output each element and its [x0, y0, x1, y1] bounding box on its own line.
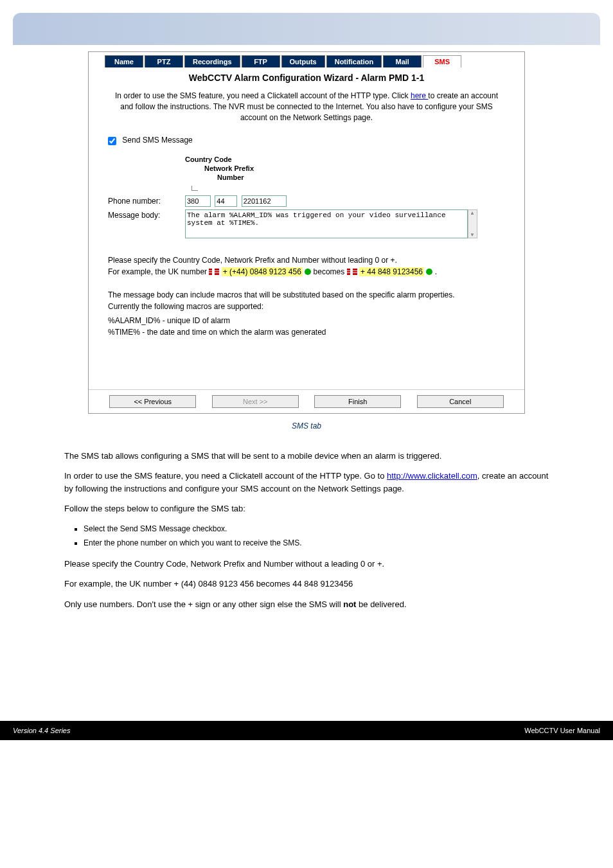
page-footer: Version 4.4 Series WebCCTV User Manual: [0, 721, 613, 740]
tab-ftp[interactable]: FTP: [242, 55, 280, 67]
body-p2a: In order to use the SMS feature, you nee…: [64, 471, 387, 481]
body-p3: Follow the steps below to configure the …: [64, 502, 549, 515]
sms-instructions: In order to use the SMS feature, you nee…: [89, 91, 524, 132]
tab-mail[interactable]: Mail: [383, 55, 422, 67]
tab-row: Name PTZ Recordings FTP Outputs Notifica…: [89, 52, 524, 67]
macro-list: %ALARM_ID% - unique ID of alarm %TIME% -…: [108, 315, 505, 338]
message-body-label: Message body:: [108, 209, 185, 220]
phone-inputs: [185, 195, 289, 207]
body-text: The SMS tab allows configuring a SMS tha…: [64, 450, 549, 611]
clickatell-url[interactable]: http://www.clickatell.com: [387, 471, 477, 481]
step-2: Enter the phone number on which you want…: [84, 537, 549, 549]
cancel-button[interactable]: Cancel: [417, 395, 504, 408]
form-area: Send SMS Message Country Code Network Pr…: [89, 136, 524, 337]
help-line3: The message body can include macros that…: [108, 289, 505, 301]
config-wizard-screenshot: Name PTZ Recordings FTP Outputs Notifica…: [88, 51, 525, 414]
footer-version: Version 4.4 Series: [13, 727, 70, 734]
bracket-icon: [191, 186, 198, 191]
network-prefix-label: Network Prefix: [204, 164, 505, 173]
note-3: Only use numbers. Don't use the + sign o…: [64, 598, 549, 611]
help-block: Please specify the Country Code, Network…: [108, 254, 505, 338]
wizard-title: WebCCTV Alarm Configuration Wizard - Ala…: [89, 67, 524, 91]
macro-time: %TIME% - the date and time on which the …: [108, 326, 505, 338]
tab-ptz[interactable]: PTZ: [145, 55, 183, 67]
field-header-labels: Country Code Network Prefix Number: [185, 155, 505, 182]
next-button: Next >>: [212, 395, 299, 408]
instr-part1: In order to use the SMS feature, you nee…: [115, 91, 411, 100]
country-code-label: Country Code: [185, 155, 505, 164]
content-area: Name PTZ Recordings FTP Outputs Notifica…: [0, 45, 613, 644]
number-input[interactable]: [242, 195, 287, 207]
uk-flag-icon-2: [347, 269, 357, 275]
green-dot-icon: [305, 269, 311, 275]
help-line1: Please specify the Country Code, Network…: [108, 254, 505, 266]
finish-button[interactable]: Finish: [314, 395, 401, 408]
figure-caption: SMS tab: [26, 421, 587, 430]
button-bar: << Previous Next >> Finish Cancel: [89, 389, 524, 413]
phone-number-label: Phone number:: [108, 195, 185, 206]
help-line4: Currently the following macros are suppo…: [108, 301, 505, 312]
step-1: Select the Send SMS Message checkbox.: [84, 523, 549, 535]
help-line2b: becomes: [314, 267, 347, 276]
uk-flag-icon: [209, 269, 219, 275]
note3a: Only use numbers. Don't use the + sign o…: [64, 599, 343, 609]
tab-notification[interactable]: Notification: [326, 55, 382, 67]
country-code-input[interactable]: [185, 195, 211, 207]
help-line2: For example, the UK number + (+44) 0848 …: [108, 266, 505, 278]
number-label: Number: [217, 173, 505, 182]
message-body-row: Message body: The alarm %ALARM_ID% was t…: [108, 209, 505, 238]
send-sms-row: Send SMS Message: [108, 136, 505, 145]
help-line2a: For example, the UK number: [108, 267, 209, 276]
network-prefix-input[interactable]: [215, 195, 237, 207]
example-number-1: + (+44) 0848 9123 456: [222, 267, 303, 276]
body-p2: In order to use the SMS feature, you nee…: [64, 470, 549, 495]
scrollbar-icon[interactable]: [468, 209, 477, 238]
previous-button[interactable]: << Previous: [109, 395, 196, 408]
tab-sms[interactable]: SMS: [423, 55, 461, 67]
send-sms-label: Send SMS Message: [122, 136, 192, 145]
note-2: For example, the UK number + (44) 0848 9…: [64, 578, 549, 590]
steps-list: Select the Send SMS Message checkbox. En…: [84, 523, 549, 549]
clickatell-link[interactable]: here: [411, 91, 428, 100]
example-number-2: + 44 848 9123456: [359, 267, 424, 276]
note-1: Please specify the Country Code, Network…: [64, 558, 549, 571]
notes-block: Please specify the Country Code, Network…: [64, 558, 549, 611]
note3b: not: [343, 599, 356, 609]
green-dot-icon-2: [426, 269, 432, 275]
tab-outputs[interactable]: Outputs: [281, 55, 325, 67]
send-sms-checkbox[interactable]: [108, 137, 116, 145]
macro-alarm-id: %ALARM_ID% - unique ID of alarm: [108, 315, 505, 326]
body-p1: The SMS tab allows configuring a SMS tha…: [64, 450, 549, 463]
message-body-input[interactable]: The alarm %ALARM_ID% was triggered on yo…: [185, 209, 468, 238]
tab-recordings[interactable]: Recordings: [184, 55, 240, 67]
page-header: [13, 13, 600, 45]
footer-title: WebCCTV User Manual: [524, 727, 600, 734]
phone-number-row: Phone number:: [108, 195, 505, 207]
note3c: be delivered.: [356, 599, 406, 609]
tab-name[interactable]: Name: [105, 55, 143, 67]
